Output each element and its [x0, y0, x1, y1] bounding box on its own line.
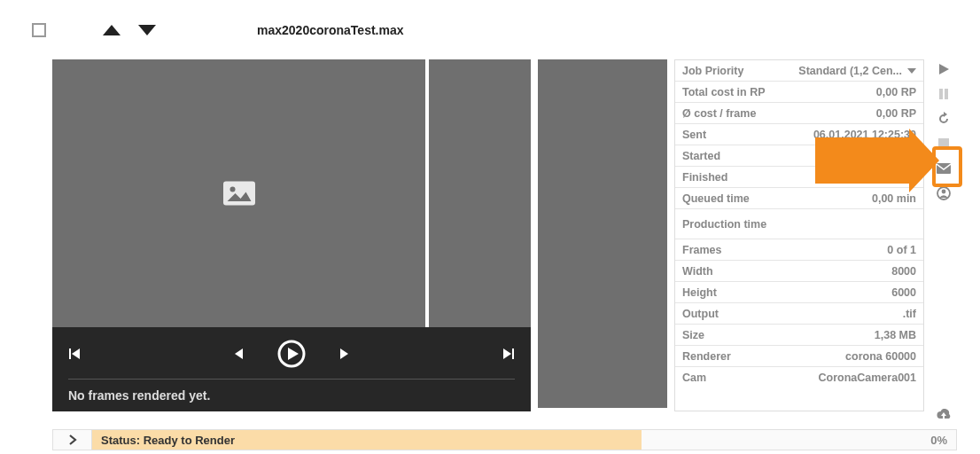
- info-row[interactable]: Job PriorityStandard (1,2 Cen...: [675, 60, 923, 82]
- info-row: Production time: [675, 209, 923, 239]
- svg-rect-12: [945, 89, 948, 99]
- info-value: Standard (1,2 Cen...: [798, 65, 916, 77]
- pause-button[interactable]: [934, 84, 953, 104]
- play-button[interactable]: [277, 340, 306, 368]
- info-label: Width: [682, 265, 713, 278]
- image-placeholder-icon: [223, 181, 255, 206]
- info-value: 8000: [891, 265, 916, 278]
- info-label: Finished: [682, 171, 727, 184]
- last-frame-button[interactable]: [501, 347, 515, 361]
- info-label: Ø cost / frame: [682, 107, 756, 120]
- expand-status-button[interactable]: [53, 430, 92, 450]
- info-label: Started: [682, 150, 720, 162]
- right-toolbar: [930, 59, 957, 425]
- info-label: Output: [682, 308, 719, 320]
- info-label: Size: [682, 329, 704, 341]
- step-forward-button[interactable]: [338, 348, 350, 360]
- info-label: Total cost in RP: [682, 86, 766, 98]
- info-value: .tif: [903, 308, 916, 320]
- info-value: CoronaCamera001: [819, 372, 916, 384]
- svg-marker-4: [235, 348, 243, 359]
- info-value: 0,00 RP: [876, 86, 916, 98]
- info-row: Frames0 of 1: [675, 239, 923, 261]
- svg-point-17: [942, 190, 946, 194]
- annotation-arrow-icon: [815, 137, 913, 184]
- svg-rect-0: [223, 182, 255, 206]
- dropdown-chevron-icon[interactable]: [907, 68, 916, 74]
- status-percent: 0%: [930, 434, 947, 447]
- info-value: 0,00 min: [872, 192, 916, 205]
- info-row: Size1,38 MB: [675, 325, 923, 346]
- info-label: Cam: [682, 372, 706, 384]
- step-back-button[interactable]: [233, 348, 245, 360]
- sort-up-icon[interactable]: [103, 25, 121, 35]
- info-row: Renderercorona 60000: [675, 346, 923, 367]
- restart-button[interactable]: [934, 109, 953, 129]
- svg-rect-2: [69, 348, 71, 359]
- info-value: corona 60000: [845, 350, 916, 363]
- playback-bar: No frames rendered yet.: [52, 327, 531, 411]
- first-frame-button[interactable]: [68, 347, 82, 361]
- info-row: Ø cost / frame0,00 RP: [675, 103, 923, 124]
- svg-marker-7: [340, 348, 348, 359]
- info-label: Frames: [682, 244, 721, 256]
- info-value: 0,00 RP: [876, 107, 916, 120]
- annotation-highlight-box: [932, 146, 962, 187]
- info-label: Renderer: [682, 350, 731, 363]
- info-label: Queued time: [682, 192, 750, 205]
- svg-marker-13: [944, 112, 947, 117]
- info-row: Queued time0,00 min: [675, 188, 923, 209]
- svg-marker-6: [288, 348, 299, 360]
- svg-rect-9: [512, 348, 514, 359]
- cloud-upload-button[interactable]: [934, 405, 953, 425]
- status-label: Status: Ready to Render: [92, 430, 642, 450]
- info-label: Job Priority: [682, 65, 743, 77]
- info-label: Production time: [682, 218, 766, 231]
- info-row: Output.tif: [675, 303, 923, 325]
- info-row: Total cost in RP0,00 RP: [675, 82, 923, 103]
- info-value: 0 of 1: [887, 244, 916, 256]
- info-value: 1,38 MB: [875, 329, 916, 341]
- preview-area: [52, 59, 531, 327]
- select-checkbox[interactable]: [32, 23, 46, 37]
- sort-down-icon[interactable]: [138, 25, 156, 35]
- file-name: max2020coronaTest.max: [257, 23, 404, 37]
- svg-marker-3: [72, 348, 80, 359]
- no-frames-message: No frames rendered yet.: [68, 388, 515, 403]
- svg-rect-11: [939, 89, 943, 99]
- info-row: Height6000: [675, 282, 923, 303]
- status-bar: Status: Ready to Render 0%: [52, 429, 957, 450]
- start-button[interactable]: [934, 59, 953, 79]
- info-row: CamCoronaCamera001: [675, 367, 923, 388]
- info-label: Height: [682, 286, 717, 299]
- svg-marker-10: [939, 64, 949, 74]
- info-label: Sent: [682, 129, 706, 141]
- svg-marker-8: [503, 348, 511, 359]
- secondary-preview: [538, 59, 667, 408]
- info-row: Width8000: [675, 261, 923, 282]
- job-info-table: Job PriorityStandard (1,2 Cen...Total co…: [674, 59, 924, 411]
- info-value: 6000: [891, 286, 916, 299]
- svg-point-1: [229, 187, 235, 192]
